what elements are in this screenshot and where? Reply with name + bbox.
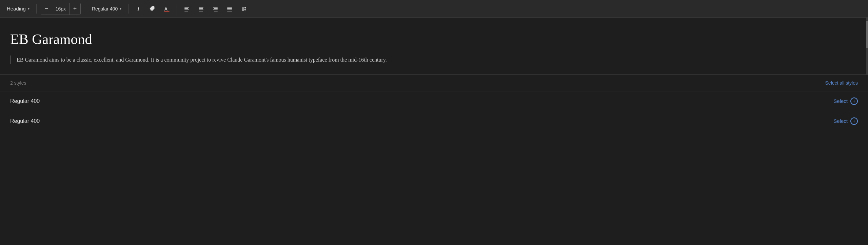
svg-rect-14 <box>227 7 232 7</box>
svg-rect-3 <box>184 8 188 9</box>
svg-rect-5 <box>184 11 188 12</box>
svg-rect-2 <box>184 7 189 7</box>
svg-rect-8 <box>199 9 203 10</box>
align-right-button[interactable] <box>210 3 221 15</box>
separator-3 <box>128 4 129 14</box>
separator-4 <box>177 4 177 14</box>
svg-rect-7 <box>199 8 203 9</box>
font-weight-label: Regular 400 <box>92 6 118 12</box>
main-content: EB Garamond EB Garamond aims to be a cla… <box>0 18 868 75</box>
align-left-button[interactable] <box>181 3 193 15</box>
scroll-thumb <box>866 21 868 48</box>
align-right-icon <box>212 6 218 12</box>
font-description-wrapper: EB Garamond aims to be a classic, excell… <box>10 55 858 64</box>
font-weight-chevron-icon: ▾ <box>120 7 121 10</box>
svg-rect-4 <box>184 9 189 10</box>
font-description: EB Garamond aims to be a classic, excell… <box>17 55 485 64</box>
line-spacing-button[interactable] <box>238 3 250 15</box>
svg-rect-11 <box>214 8 218 9</box>
svg-rect-17 <box>227 11 232 12</box>
plus-circle-icon-2: + <box>850 117 858 125</box>
styles-count: 2 styles <box>10 80 26 86</box>
style-row-2: Regular 400 Select + <box>0 111 868 131</box>
align-center-icon <box>198 6 204 12</box>
style-name-1: Regular 400 <box>10 98 40 104</box>
highlight-button[interactable] <box>147 3 158 15</box>
font-size-control: − 16px + <box>41 3 81 15</box>
chevron-down-icon: ▾ <box>28 7 29 10</box>
style-dropdown-label: Heading <box>7 6 26 12</box>
select-button-1[interactable]: Select + <box>833 97 858 105</box>
svg-rect-9 <box>199 11 203 12</box>
svg-rect-6 <box>199 7 203 7</box>
separator-2 <box>85 4 85 14</box>
align-justify-button[interactable] <box>224 3 235 15</box>
style-row-1: Regular 400 Select + <box>0 91 868 111</box>
line-spacing-icon <box>241 6 247 12</box>
font-color-button[interactable]: A <box>161 3 173 15</box>
scroll-indicator[interactable] <box>866 18 868 74</box>
svg-rect-15 <box>227 8 232 9</box>
svg-rect-16 <box>227 9 232 10</box>
separator-1 <box>36 4 37 14</box>
svg-rect-1 <box>164 11 170 12</box>
style-dropdown[interactable]: Heading ▾ <box>4 4 32 13</box>
font-color-icon: A <box>164 6 170 12</box>
svg-rect-13 <box>214 11 218 12</box>
plus-circle-icon-1: + <box>850 97 858 105</box>
svg-rect-12 <box>213 9 218 10</box>
increase-size-button[interactable]: + <box>70 3 80 15</box>
style-name-2: Regular 400 <box>10 118 40 124</box>
styles-header: 2 styles Select all styles <box>0 75 868 91</box>
select-label-2: Select <box>833 118 848 124</box>
decrease-size-button[interactable]: − <box>41 3 52 15</box>
align-justify-icon <box>226 6 233 12</box>
svg-rect-10 <box>213 7 218 7</box>
align-center-button[interactable] <box>195 3 207 15</box>
font-title: EB Garamond <box>10 31 858 47</box>
align-left-icon <box>184 6 190 12</box>
select-all-styles-button[interactable]: Select all styles <box>825 80 858 86</box>
select-button-2[interactable]: Select + <box>833 117 858 125</box>
toolbar: Heading ▾ − 16px + Regular 400 ▾ I A <box>0 0 868 18</box>
italic-button[interactable]: I <box>133 3 144 15</box>
font-size-value: 16px <box>52 3 70 15</box>
highlight-icon <box>150 6 156 12</box>
select-label-1: Select <box>833 98 848 104</box>
font-weight-dropdown[interactable]: Regular 400 ▾ <box>89 5 124 13</box>
